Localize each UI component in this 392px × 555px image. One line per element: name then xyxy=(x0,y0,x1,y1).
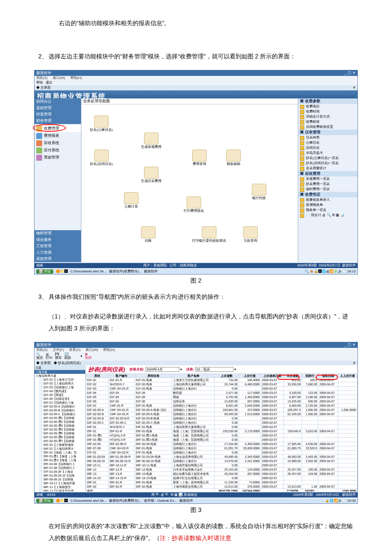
cell[interactable]: 2009-03-07 xyxy=(261,459,283,463)
cell[interactable] xyxy=(318,451,338,455)
ritem[interactable]: 抄表(房间仪表)一览表 xyxy=(298,161,357,166)
cell[interactable] xyxy=(239,421,261,425)
menu-system[interactable]: 系统(S) xyxy=(36,348,48,352)
col-header[interactable]: 上次读表日期 xyxy=(261,374,283,378)
cell[interactable] xyxy=(302,416,318,421)
tree-node[interactable]: 📄 02F-02-05-C【招商银行 xyxy=(35,412,85,416)
cell[interactable]: 05F-02-06-电表 xyxy=(135,442,172,446)
node-print-bill[interactable]: 打印银行委托收款报表 xyxy=(192,226,226,243)
side-grp-hr[interactable]: 人力资源 xyxy=(35,249,81,256)
cell[interactable]: 海通（上海）贸易有限公司 xyxy=(172,429,215,434)
cell[interactable]: 1,460.0000 xyxy=(239,395,261,399)
cell[interactable] xyxy=(283,421,302,425)
table-row[interactable]: 01F-0601F-0601F-06招商证券12,835.00607.00002… xyxy=(86,399,357,404)
cell[interactable] xyxy=(338,446,357,451)
cell[interactable]: 日丰东京短资株式会社 xyxy=(172,468,215,472)
cell[interactable]: 2,241.0000 xyxy=(239,459,261,463)
node-gen-meter[interactable]: 生成仪表费用 xyxy=(141,167,161,183)
cell[interactable] xyxy=(283,434,302,438)
cell[interactable]: 2009-03-07 xyxy=(261,378,283,382)
cell[interactable] xyxy=(239,434,261,438)
tree-root2[interactable]: 上海招商局大厦 xyxy=(35,374,85,378)
cell[interactable]: 09F-02-R xyxy=(109,485,135,489)
cell[interactable] xyxy=(302,480,318,485)
cell[interactable] xyxy=(338,468,357,472)
cell[interactable]: 上海金业投资有限公司 xyxy=(172,455,215,459)
cell[interactable]: 08F-10-11-电表 xyxy=(135,463,172,468)
cell[interactable]: 02F-02-05-A-电表 xyxy=(135,412,172,416)
cell[interactable]: 2009-02-07 xyxy=(261,476,283,480)
cell[interactable]: 472.0000 xyxy=(239,408,261,412)
cell[interactable]: 09F-02-电表 xyxy=(135,485,172,489)
cell[interactable]: 2009-04-07 xyxy=(318,412,338,416)
cell[interactable] xyxy=(302,438,318,442)
cell[interactable]: 01F-06 xyxy=(135,399,172,404)
cell[interactable] xyxy=(338,434,357,438)
cell[interactable] xyxy=(318,480,338,485)
cell[interactable] xyxy=(239,438,261,442)
cell[interactable]: 05F-01-R xyxy=(109,429,135,434)
col-header[interactable]: 上上次行度 xyxy=(338,374,357,378)
taskbar-item[interactable]: 极致软件(收费部分)... xyxy=(109,270,141,273)
cell[interactable]: 3,010.00 xyxy=(302,429,318,434)
cell[interactable]: 上海鸿瑞置业有限公司 xyxy=(172,485,215,489)
side-grp-system[interactable]: 系统管理 xyxy=(35,256,81,262)
cell[interactable]: 05F-02-06 xyxy=(86,442,109,446)
cell[interactable]: 8,480.0000 xyxy=(239,382,261,387)
cell[interactable]: 25,152.00 xyxy=(215,468,239,472)
cell[interactable]: 1,513.0000 xyxy=(239,412,261,416)
grid-table[interactable]: 房间客户编号房间仪表客户名称上次读数上次行度上次读表日期本次读数实际行读取日期上… xyxy=(86,373,357,491)
cell[interactable]: 01F-03-电表 xyxy=(135,387,172,391)
cell[interactable]: 06F-01-电表 xyxy=(135,446,172,451)
cell[interactable]: 12,012.00 xyxy=(215,485,239,489)
cell[interactable]: 20,264.00 xyxy=(215,472,239,476)
tray-icons[interactable]: 🟠📁🅰 xyxy=(56,499,68,503)
cell[interactable]: 02F-02-05-A xyxy=(86,408,109,412)
cell[interactable]: 福博中轩生化有限公司 xyxy=(172,476,215,480)
cell[interactable]: 12,835.00 xyxy=(215,399,239,404)
side-item-fee-mgmt[interactable]: 收费管理 xyxy=(35,125,81,132)
node-prepay[interactable]: 预收核销 xyxy=(226,150,241,166)
cell[interactable]: 4,350.0000 xyxy=(239,442,261,446)
cell[interactable]: 05F-01-费2-电表 xyxy=(135,438,172,442)
cell[interactable]: 1,096.0000 xyxy=(338,408,357,412)
cell[interactable] xyxy=(338,480,357,485)
ritem[interactable]: 临时费用一览表 xyxy=(298,187,357,192)
table-row[interactable]: 05F-01-费2HT(SH)-3-R05F-01-费2-电表海通（上海）贸易有… xyxy=(86,438,357,442)
cell[interactable]: 招商银行上海分行 xyxy=(172,446,215,451)
cell[interactable] xyxy=(302,421,318,425)
tree-node[interactable]: 📄 08F-11【上海期货交 xyxy=(35,485,85,489)
cell[interactable]: 2009-03-07 xyxy=(261,429,283,434)
menu-help[interactable]: 帮助(H) xyxy=(103,348,115,352)
menu-view[interactable]: 查看(V) xyxy=(69,348,81,352)
cell[interactable]: 193.00 xyxy=(302,472,318,476)
cell[interactable]: 20,457.00 xyxy=(283,472,302,476)
cell[interactable]: 08F-10-11-R xyxy=(109,463,135,468)
cell[interactable]: 105.00 xyxy=(302,468,318,472)
cell[interactable]: 12,013.00 xyxy=(283,485,302,489)
cell[interactable]: 25,257.00 xyxy=(283,468,302,472)
col-header[interactable]: 本次读数 xyxy=(283,374,302,378)
cell[interactable]: 48,083.00 xyxy=(283,455,302,459)
tool-print[interactable]: 🖨打印 xyxy=(46,353,52,360)
cell[interactable]: CMF-SH-02-R xyxy=(109,451,135,455)
cell[interactable] xyxy=(239,425,261,429)
cell[interactable]: 0.00 xyxy=(215,416,239,421)
table-row[interactable]: 02F-02-05-ACMF-SH-01-R02F-02-05-A-电表-招行招… xyxy=(86,408,357,412)
cell[interactable]: 6,752.00 xyxy=(215,395,239,399)
cell[interactable]: 海通（上海）贸易有限公司 xyxy=(172,438,215,442)
ritem[interactable]: 收费项目 xyxy=(298,104,357,109)
cell[interactable]: 01F-06 xyxy=(86,399,109,404)
cell[interactable] xyxy=(338,442,357,446)
ritem[interactable]: 收费时间 xyxy=(298,109,357,114)
cell[interactable]: 33,936.00 xyxy=(283,382,302,387)
cell[interactable]: 33,744.00 xyxy=(215,382,239,387)
cell[interactable] xyxy=(318,416,338,421)
cell[interactable]: 2009-04-07 xyxy=(318,399,338,404)
node-fee-query[interactable]: 费用查询 xyxy=(192,150,207,166)
cell[interactable]: 3,179.0000 xyxy=(239,429,261,434)
cell[interactable]: 35,600.0000 xyxy=(239,446,261,451)
cell[interactable]: 0.00 xyxy=(215,438,239,442)
cell[interactable]: 09F-01 xyxy=(86,480,109,485)
cell[interactable]: 01F-04 xyxy=(109,391,135,395)
